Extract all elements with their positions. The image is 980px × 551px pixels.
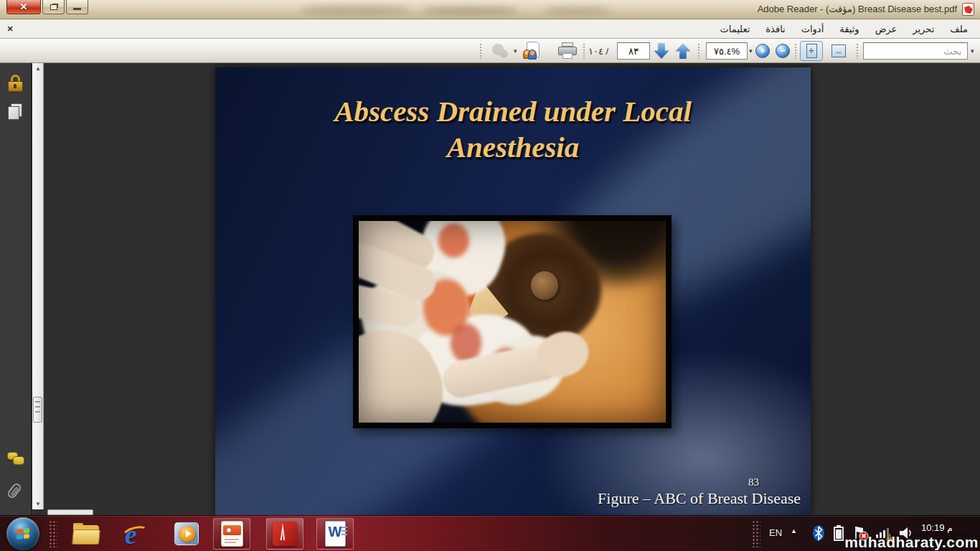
clock-time: 10:19: [921, 522, 945, 533]
arrow-down-icon: [654, 43, 669, 59]
clock-meridiem: م: [947, 523, 952, 533]
menu-file[interactable]: ملف: [942, 21, 976, 37]
share-disabled-icon: [491, 42, 509, 60]
windows-logo-icon: [17, 528, 29, 540]
taskbar-grip[interactable]: [49, 520, 57, 547]
collaborate-icon[interactable]: [522, 42, 540, 60]
restore-window-button[interactable]: [42, 0, 65, 14]
language-indicator[interactable]: EN: [769, 527, 782, 538]
zoom-level-input[interactable]: [706, 42, 748, 60]
menu-items: ملف تحرير عرض وثيقة أدوات نافذة تعليمات: [712, 19, 976, 38]
menu-document[interactable]: وثيقة: [831, 21, 867, 37]
taskbar-word-button[interactable]: W: [321, 519, 349, 548]
pages-panel-button[interactable]: [7, 103, 24, 122]
toolbar-grip[interactable]: [794, 43, 798, 59]
navigation-panel-strip: [0, 63, 32, 515]
security-panel-button[interactable]: [7, 75, 24, 93]
fit-page-icon: ✛: [806, 44, 817, 58]
arrow-up-icon: [675, 43, 691, 59]
scroll-down-button[interactable]: ▼: [32, 499, 44, 509]
print-button[interactable]: [557, 42, 578, 60]
menubar: ملف تحرير عرض وثيقة أدوات نافذة تعليمات …: [0, 19, 980, 39]
scrollbar-thumb[interactable]: [33, 397, 42, 423]
attachments-panel-button[interactable]: [7, 482, 24, 501]
fit-width-button[interactable]: ↔: [827, 41, 850, 61]
previous-page-button[interactable]: [674, 42, 692, 60]
titlebar-glass-smudge: [423, 6, 517, 14]
window-controls: ✕: [6, 0, 90, 14]
menu-tools[interactable]: أدوات: [793, 21, 832, 37]
toolbar-grip[interactable]: [697, 43, 701, 59]
fit-page-button[interactable]: ✛: [800, 41, 823, 61]
zoom-in-button[interactable]: +: [755, 44, 770, 58]
horizontal-scrollbar-thumb[interactable]: [47, 509, 93, 515]
toolbar: ▾ ١٠٤ / ▾ + − ✛ ↔ ▾: [0, 39, 980, 63]
minimize-icon: [73, 8, 81, 10]
titlebar: ✕ Adobe Reader - (مؤقت) Breast Disease b…: [0, 0, 980, 19]
close-window-button[interactable]: ✕: [6, 0, 41, 14]
taskbar: e W EN ▲: [0, 515, 980, 551]
start-button[interactable]: [6, 517, 39, 550]
tray-expand-icon[interactable]: ▲: [791, 527, 797, 534]
minimize-window-button[interactable]: [66, 0, 88, 14]
search-dropdown-caret[interactable]: ▾: [971, 47, 974, 55]
document-area: ▲ ▼ Abscess Drained under Local Anesthes…: [0, 63, 980, 515]
menu-edit[interactable]: تحرير: [905, 21, 942, 37]
watermark: muhadharaty.com: [844, 534, 979, 551]
taskbar-adobe-reader-button[interactable]: [270, 519, 299, 548]
zoom-dropdown-caret[interactable]: ▾: [749, 47, 753, 55]
menu-help[interactable]: تعليمات: [712, 21, 758, 37]
tray-grip[interactable]: [752, 520, 760, 547]
menu-view[interactable]: عرض: [867, 21, 905, 37]
search-input[interactable]: [863, 42, 968, 60]
zoom-out-button[interactable]: −: [776, 44, 790, 58]
taskbar-explorer-button[interactable]: [72, 519, 100, 548]
comments-panel-button[interactable]: [7, 451, 24, 469]
current-page-input[interactable]: [617, 42, 650, 60]
taskbar-media-player-button[interactable]: [172, 519, 201, 548]
next-page-button[interactable]: [652, 42, 671, 60]
fit-width-icon: ↔: [831, 44, 846, 57]
slide-photo-frame: [353, 215, 672, 428]
adobe-reader-icon: [273, 522, 297, 546]
menubar-close-icon[interactable]: ✕: [4, 23, 16, 34]
window-title: Adobe Reader - (مؤقت) Breast Disease bes…: [758, 4, 957, 14]
slide-title-line2: Anesthesia: [215, 129, 811, 165]
tray-clock[interactable]: 10:19 م: [921, 522, 953, 533]
close-icon: ✕: [20, 1, 28, 12]
menu-window[interactable]: نافذة: [758, 21, 793, 37]
bluetooth-icon[interactable]: [812, 524, 825, 545]
pdf-slide-page: Abscess Drained under Local Anesthesia: [215, 67, 811, 515]
slide-page-number: 83: [748, 476, 759, 489]
taskbar-internet-explorer-button[interactable]: e: [122, 519, 151, 548]
pdf-app-icon: [962, 3, 974, 16]
slide-photo: [359, 221, 666, 423]
collaborate-dropdown-caret[interactable]: ▾: [514, 47, 517, 55]
page-total-label: ١٠٤ /: [588, 46, 608, 57]
toolbar-grip[interactable]: [479, 43, 483, 59]
titlebar-glass-smudge: [301, 6, 409, 14]
toolbar-grip[interactable]: [583, 43, 586, 59]
vertical-scrollbar[interactable]: ▲ ▼: [32, 63, 44, 509]
slide-title: Abscess Drained under Local Anesthesia: [215, 93, 811, 165]
restore-icon: [50, 4, 57, 10]
titlebar-glass-smudge: [545, 7, 610, 14]
slide-caption: Figure – ABC of Breast Disease: [598, 489, 801, 508]
scroll-up-button[interactable]: ▲: [32, 63, 44, 74]
battery-icon[interactable]: [834, 525, 844, 544]
slide-title-line1: Abscess Drained under Local: [215, 93, 811, 129]
photo-vignette: [359, 221, 666, 423]
taskbar-powerpoint-button[interactable]: [217, 519, 246, 548]
adobe-reader-window: ✕ Adobe Reader - (مؤقت) Breast Disease b…: [0, 0, 980, 551]
toolbar-grip[interactable]: [856, 43, 859, 59]
